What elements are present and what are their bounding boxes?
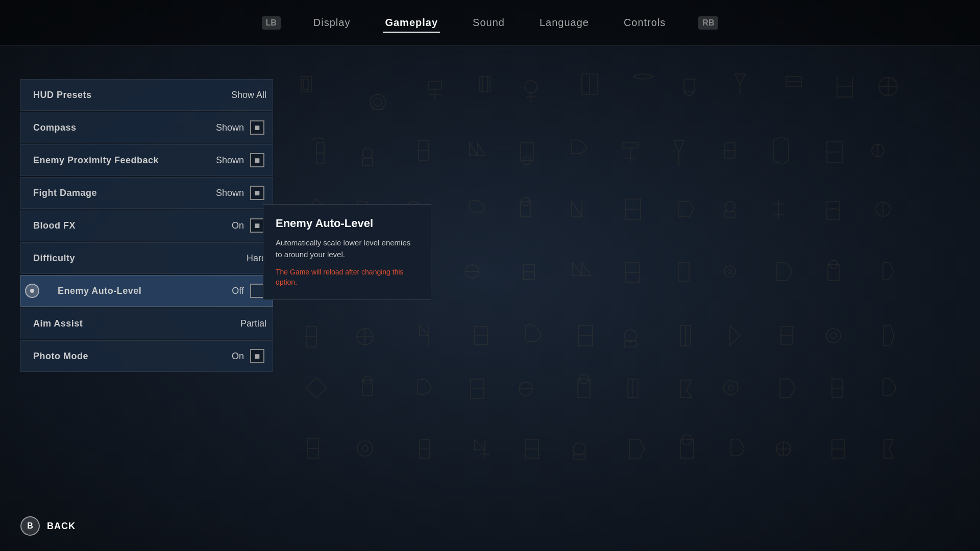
row-compass[interactable]: Compass Shown <box>20 112 273 143</box>
tooltip-title: Enemy Auto-Level <box>276 217 419 230</box>
fight-damage-value: Shown <box>189 188 250 198</box>
enemy-proximity-label: Enemy Proximity Feedback <box>21 155 189 166</box>
enemy-auto-level-value: Off <box>189 286 250 296</box>
tooltip-popup: Enemy Auto-Level Automatically scale low… <box>263 204 431 300</box>
enemy-auto-level-label: Enemy Auto-Level <box>45 286 189 296</box>
row-hud-presets[interactable]: HUD Presets Show All <box>20 79 273 111</box>
row-fight-damage[interactable]: Fight Damage Shown <box>20 177 273 209</box>
aim-assist-value: Partial <box>211 318 273 329</box>
row-difficulty[interactable]: Difficulty Hard <box>20 242 273 274</box>
tab-display[interactable]: Display <box>311 13 353 33</box>
lb-bumper[interactable]: LB <box>262 16 281 30</box>
dot-inner <box>30 289 34 293</box>
photo-mode-label: Photo Mode <box>21 351 189 362</box>
settings-panel: HUD Presets Show All Compass Shown Enemy… <box>20 79 273 373</box>
photo-mode-value: On <box>189 351 250 362</box>
blood-fx-label: Blood FX <box>21 220 189 231</box>
tab-sound[interactable]: Sound <box>471 13 507 33</box>
difficulty-label: Difficulty <box>21 253 211 264</box>
fight-damage-checkbox[interactable] <box>250 186 264 200</box>
tab-controls[interactable]: Controls <box>622 13 668 33</box>
tab-language[interactable]: Language <box>537 13 591 33</box>
row-blood-fx[interactable]: Blood FX On <box>20 210 273 241</box>
selected-indicator <box>25 284 39 298</box>
tab-gameplay[interactable]: Gameplay <box>383 13 440 33</box>
compass-checkbox[interactable] <box>250 120 264 135</box>
rb-bumper[interactable]: RB <box>698 16 718 30</box>
top-nav: LB Display Gameplay Sound Language Contr… <box>0 0 980 46</box>
row-photo-mode[interactable]: Photo Mode On <box>20 340 273 372</box>
enemy-proximity-value: Shown <box>189 155 250 166</box>
compass-label: Compass <box>21 122 189 133</box>
fight-damage-label: Fight Damage <box>21 188 189 198</box>
hud-presets-label: HUD Presets <box>21 90 211 101</box>
enemy-auto-level-checkbox[interactable] <box>250 284 264 298</box>
back-label: BACK <box>47 521 76 532</box>
tooltip-warning: The Game will reload after changing this… <box>276 267 419 287</box>
hud-presets-value: Show All <box>211 90 273 101</box>
row-enemy-auto-level[interactable]: Enemy Auto-Level Off <box>20 275 273 307</box>
enemy-proximity-checkbox[interactable] <box>250 153 264 167</box>
row-enemy-proximity[interactable]: Enemy Proximity Feedback Shown <box>20 144 273 176</box>
photo-mode-checkbox[interactable] <box>250 349 264 363</box>
aim-assist-label: Aim Assist <box>21 318 211 329</box>
back-button[interactable]: B BACK <box>20 516 76 536</box>
row-aim-assist[interactable]: Aim Assist Partial <box>20 308 273 339</box>
compass-value: Shown <box>189 122 250 133</box>
tooltip-description: Automatically scale lower level enemies … <box>276 237 419 260</box>
blood-fx-checkbox[interactable] <box>250 218 264 233</box>
blood-fx-value: On <box>189 220 250 231</box>
b-icon: B <box>20 516 40 536</box>
